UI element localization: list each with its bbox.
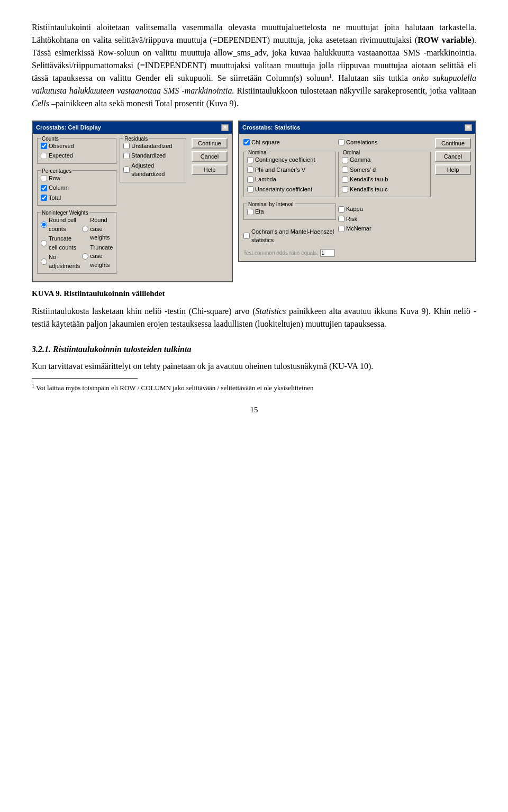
round-cell-row: Round cell counts xyxy=(41,216,80,233)
cell-display-title: Crosstabs: Cell Display xyxy=(36,123,101,132)
round-cell-radio[interactable] xyxy=(41,222,47,228)
stats-titlebar-buttons: ✕ xyxy=(465,124,472,131)
counts-section: Counts Observed Expected xyxy=(37,138,116,164)
expected-row: Expected xyxy=(41,151,113,160)
test-label: Test common odds ratio equals: xyxy=(243,249,318,257)
footnote-divider xyxy=(32,378,138,379)
stats-continue-button[interactable]: Continue xyxy=(435,138,471,149)
standardized-checkbox[interactable] xyxy=(123,153,130,159)
uncertainty-checkbox[interactable] xyxy=(247,186,253,192)
risk-checkbox[interactable] xyxy=(338,216,344,222)
cell-display-titlebar: Crosstabs: Cell Display ✕ xyxy=(33,122,232,134)
adj-standardized-checkbox[interactable] xyxy=(123,167,130,173)
section-paragraph: Kun tarvittavat esimäärittelyt on tehty … xyxy=(32,360,476,373)
row-checkbox[interactable] xyxy=(41,175,47,181)
paragraph-1: Ristiintaulukointi aloitetaan valitsemal… xyxy=(32,21,476,110)
unstandardized-checkbox[interactable] xyxy=(123,143,130,149)
residuals-label: Residuals xyxy=(123,135,149,143)
no-adj-radio[interactable] xyxy=(41,259,47,265)
truncate-cell-radio[interactable] xyxy=(41,240,47,246)
cell-continue-button[interactable]: Continue xyxy=(192,138,228,149)
risk-label: Risk xyxy=(346,215,357,224)
kendall-b-row: Kendall's tau-b xyxy=(342,175,427,184)
stats-close-icon[interactable]: ✕ xyxy=(465,124,472,131)
contingency-label: Contingency coefficient xyxy=(255,155,315,164)
chisquare-checkbox[interactable] xyxy=(243,139,250,145)
nominal-section: Nominal Contingency coefficient Phi and … xyxy=(243,152,336,197)
page-number: 15 xyxy=(32,404,476,416)
dialogs-row: Crosstabs: Cell Display ✕ Counts Observe… xyxy=(32,121,476,282)
stats-buttons: Continue Cancel Help xyxy=(435,138,471,257)
unstandardized-row: Unstandardized xyxy=(123,142,183,151)
truncate-cell-row: Truncate cell counts xyxy=(41,234,80,252)
stats-help-button[interactable]: Help xyxy=(435,164,471,175)
kappa-label: Kappa xyxy=(346,205,363,214)
round-case-row: Round case weights xyxy=(82,216,113,242)
kendall-b-checkbox[interactable] xyxy=(342,177,348,183)
eta-row: Eta xyxy=(247,207,332,216)
gamma-row: Gamma xyxy=(342,155,427,164)
observed-checkbox[interactable] xyxy=(41,143,47,149)
cell-cancel-button[interactable]: Cancel xyxy=(192,151,228,162)
round-case-label: Round case weights xyxy=(90,216,113,242)
main-content: Ristiintaulukointi aloitetaan valitsemal… xyxy=(32,21,476,416)
contingency-checkbox[interactable] xyxy=(247,157,253,163)
ordinal-label: Ordinal xyxy=(342,149,361,156)
nominal-label: Nominal xyxy=(247,149,269,156)
lambda-checkbox[interactable] xyxy=(247,177,253,183)
standardized-row: Standardized xyxy=(123,151,183,160)
row-pct-row: Row xyxy=(41,174,113,183)
truncate-case-radio[interactable] xyxy=(82,253,88,260)
lambda-label: Lambda xyxy=(255,175,276,184)
residuals-section: Residuals Unstandardized Standardized xyxy=(120,138,186,182)
titlebar-buttons: ✕ xyxy=(221,124,229,131)
kappa-row: Kappa xyxy=(338,205,431,214)
expected-checkbox[interactable] xyxy=(41,153,47,159)
kendall-b-label: Kendall's tau-b xyxy=(350,175,388,184)
correlations-checkbox[interactable] xyxy=(338,139,344,145)
footnote: 1 Voi laittaa myös toisinpäin eli ROW / … xyxy=(32,382,476,393)
kappa-checkbox[interactable] xyxy=(338,206,344,213)
observed-label: Observed xyxy=(49,142,74,151)
close-icon[interactable]: ✕ xyxy=(221,124,229,131)
column-checkbox[interactable] xyxy=(41,185,47,191)
stats-cancel-button[interactable]: Cancel xyxy=(435,151,471,162)
gamma-label: Gamma xyxy=(350,155,370,164)
total-checkbox[interactable] xyxy=(41,195,47,201)
total-label: Total xyxy=(49,193,61,202)
section-heading: 3.2.1. Ristiintaulukoinnin tulosteiden t… xyxy=(32,343,476,356)
kendall-c-label: Kendall's tau-c xyxy=(350,185,388,194)
cochran-row: Cochran's and Mantel-Haenszel statistics xyxy=(243,227,336,245)
contingency-row: Contingency coefficient xyxy=(247,155,332,164)
phi-checkbox[interactable] xyxy=(247,167,253,173)
cell-help-button[interactable]: Help xyxy=(192,164,228,175)
statistics-dialog: Crosstabs: Statistics ✕ Chi-square xyxy=(238,121,476,262)
kendall-c-checkbox[interactable] xyxy=(342,186,348,192)
adj-standardized-row: Adjusted standardized xyxy=(123,161,183,179)
truncate-case-row: Truncate case weights xyxy=(82,243,113,270)
cochran-checkbox[interactable] xyxy=(243,233,250,239)
standardized-label: Standardized xyxy=(131,151,166,160)
kuva-caption: KUVA 9. Ristiintaulukoinnin välilehdet xyxy=(32,288,476,300)
kendall-c-row: Kendall's tau-c xyxy=(342,185,427,194)
uncertainty-row: Uncertainty coefficient xyxy=(247,185,332,194)
body-paragraph-1: Ristiintaulukosta lasketaan khin neliö -… xyxy=(32,305,476,330)
round-case-radio[interactable] xyxy=(82,226,88,232)
truncate-cell-label: Truncate cell counts xyxy=(49,234,80,252)
gamma-checkbox[interactable] xyxy=(342,157,348,163)
test-value-input[interactable] xyxy=(320,249,335,257)
mcnemar-checkbox[interactable] xyxy=(338,226,344,232)
column-label: Column xyxy=(49,183,69,192)
kappa-section: Kappa Risk McNemar xyxy=(338,204,431,233)
cell-display-body: Counts Observed Expected xyxy=(33,134,232,282)
eta-checkbox[interactable] xyxy=(247,209,253,215)
chisquare-label: Chi-square xyxy=(251,138,280,147)
no-adj-label: No adjustments xyxy=(49,253,80,270)
cochran-label: Cochran's and Mantel-Haenszel statistics xyxy=(251,227,336,245)
nominal-interval-section: Nominal by Interval Eta xyxy=(243,204,336,220)
total-pct-row: Total xyxy=(41,193,113,202)
mcnemar-row: McNemar xyxy=(338,224,431,233)
no-adj-row: No adjustments xyxy=(41,253,80,270)
percentages-label: Percentages xyxy=(41,167,72,175)
somers-checkbox[interactable] xyxy=(342,167,348,173)
